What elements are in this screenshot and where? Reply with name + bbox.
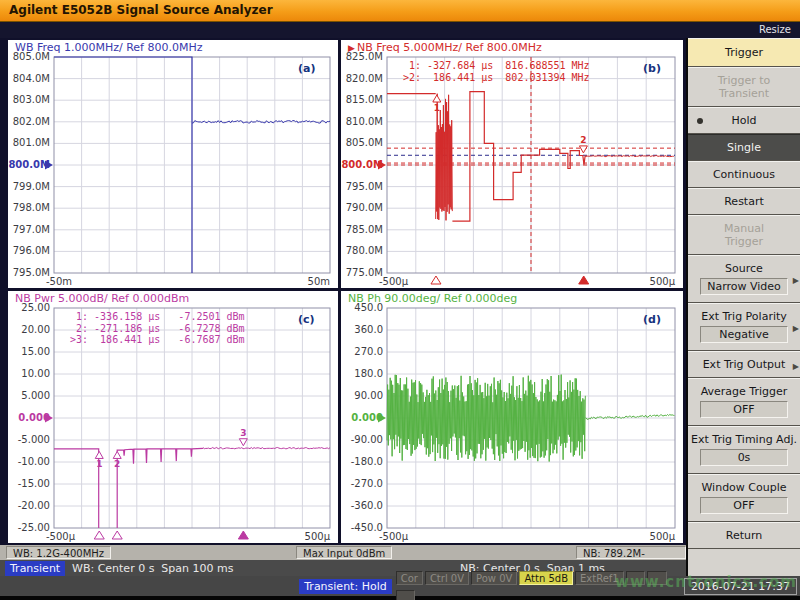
softkey-ext-trig-output[interactable]: Ext Trig Output▶ (688, 351, 800, 378)
marker-readout: 1: -336.158 µs -7.2501 dBm 2: -271.186 µ… (70, 311, 245, 346)
submenu-arrow-icon: ▶ (793, 322, 799, 335)
y-tick-label: -360.0 (341, 501, 383, 511)
status-indicators: CorCtrl 0VPow 0VAttn 5dBExtRef1 (396, 567, 684, 600)
softkey-return[interactable]: Return (688, 522, 800, 549)
softkey-continuous[interactable]: Continuous (688, 161, 800, 188)
top-strip: Resize (0, 22, 800, 38)
submenu-arrow-icon: ▶ (793, 360, 799, 373)
y-tick-label: 800.0M (8, 160, 50, 170)
y-tick-label: 180.0 (341, 369, 383, 379)
panel-d[interactable]: NB Ph 90.00deg/ Ref 0.000deg450.0360.027… (341, 291, 683, 543)
marker-2-label: 2 (580, 135, 586, 145)
softkey-ext-trig-timing-adj[interactable]: Ext Trig Timing Adj.0s (688, 426, 800, 474)
softkey-label: Hold (731, 114, 756, 127)
softkey-label: Average Trigger (701, 385, 788, 398)
y-tick-label: 450.0 (341, 303, 383, 313)
x-start-label: -500µ (379, 276, 408, 287)
softkey-label: Source (725, 262, 763, 275)
softkey-average-trigger[interactable]: Average TriggerOFF (688, 378, 800, 426)
softkey-value: 0s (700, 449, 788, 466)
softkey-trigger-to-transient: Trigger to Transient (688, 67, 800, 107)
y-tick-label: 797.0M (8, 225, 50, 235)
softkey-label: Window Couple (701, 481, 786, 494)
window-title: Agilent E5052B Signal Source Analyzer (9, 3, 273, 17)
panel-d-corner-label: (d) (643, 313, 661, 326)
y-tick-label: 790.0M (341, 203, 383, 213)
y-tick-label: -10.00 (8, 457, 50, 467)
y-tick-label: 15.00 (8, 347, 50, 357)
y-tick-label: 785.0M (341, 225, 383, 235)
y-tick-label: 804.0M (8, 74, 50, 84)
softkey-single[interactable]: Single (688, 134, 800, 161)
marker-2-icon (113, 451, 121, 458)
marker-2-label: 2 (114, 459, 120, 469)
y-tick-label: 90.00 (341, 391, 383, 401)
softkey-source[interactable]: SourceNarrow Video▶ (688, 255, 800, 303)
softkey-label: Ext Trig Polarity (701, 310, 787, 323)
x-start-label: -50m (46, 276, 72, 287)
trace-settled (203, 448, 330, 449)
softkey-label: Single (727, 141, 761, 154)
marker-readout: 1: -327.684 µs 816.688551 MHz >2: 186.44… (403, 60, 590, 83)
status-indicator-blank (396, 590, 416, 600)
panel-b-title: NB Freq 5.000MHz/ Ref 800.0MHz (357, 41, 542, 54)
axis-marker-icon (431, 276, 441, 284)
y-tick-label: -5.000 (8, 435, 50, 445)
panel-b[interactable]: 12▶NB Freq 5.000MHz/ Ref 800.0MHz825.0M8… (341, 40, 683, 288)
status-indicator-attn-5db: Attn 5dB (519, 571, 573, 585)
softkey-value: Narrow Video (700, 278, 788, 295)
y-tick-label: 799.0M (8, 182, 50, 192)
resize-button[interactable]: Resize (759, 24, 791, 35)
y-tick-label: 805.0M (341, 138, 383, 148)
y-tick-label: 796.0M (8, 246, 50, 256)
y-tick-label: 805.0M (8, 52, 50, 62)
axis-marker-icon (238, 531, 248, 539)
marker-1-icon (433, 95, 441, 102)
nb-range-label: NB: 789.2M-814.8MHz (576, 546, 686, 559)
trace (452, 92, 587, 222)
panel-b-corner-label: (b) (643, 62, 661, 75)
softkey-manual-trigger: Manual Trigger (688, 215, 800, 255)
y-tick-label: 5.000 (8, 391, 50, 401)
trigger-status-badge: Transient: Hold (299, 579, 391, 594)
y-tick-label: 795.0M (341, 182, 383, 192)
softkey-window-couple[interactable]: Window CoupleOFF (688, 474, 800, 522)
y-tick-label: 0.000 (341, 413, 383, 423)
panel-d-plot (341, 291, 683, 543)
panel-c[interactable]: 123NB Pwr 5.000dB/ Ref 0.000dBm25.0020.0… (8, 291, 338, 543)
marker-1-label: 1 (96, 459, 102, 469)
wb-sweep-label: WB: Center 0 s Span 100 ms (72, 562, 233, 575)
softkey-label: Trigger (725, 46, 763, 59)
y-tick-label: 360.0 (341, 325, 383, 335)
y-tick-label: -15.00 (8, 479, 50, 489)
softkey-value: OFF (700, 497, 788, 514)
radio-dot-icon (697, 118, 703, 124)
trace (54, 449, 99, 528)
submenu-arrow-icon: ▶ (793, 274, 799, 287)
panel-a[interactable]: WB Freq 1.000MHz/ Ref 800.0MHz805.0M804.… (8, 40, 338, 288)
softkey-label: Trigger to Transient (718, 74, 770, 100)
softkey-label: Ext Trig Output (703, 358, 786, 371)
softkey-hold[interactable]: Hold (688, 107, 800, 134)
status-indicator-ctrl-0v: Ctrl 0V (425, 571, 469, 585)
softkey-ext-trig-polarity[interactable]: Ext Trig PolarityNegative▶ (688, 303, 800, 351)
x-start-label: -500µ (379, 531, 408, 542)
softkey-menu: TriggerTrigger to TransientHoldSingleCon… (686, 38, 800, 576)
axis-marker-icon (579, 276, 589, 284)
status-indicator-pow-0v: Pow 0V (471, 571, 517, 585)
y-tick-label: 780.0M (341, 246, 383, 256)
softkey-label: Manual Trigger (724, 222, 764, 248)
window-titlebar: Agilent E5052B Signal Source Analyzer (0, 0, 800, 22)
softkey-restart[interactable]: Restart (688, 188, 800, 215)
trace-settled (586, 415, 675, 420)
axis-marker-icon (94, 531, 104, 539)
x-start-label: -500µ (46, 531, 75, 542)
y-tick-label: 802.0M (8, 117, 50, 127)
softkey-label: Continuous (713, 168, 775, 181)
wb-range-label: WB: 1.2G-400MHz (6, 546, 111, 559)
x-end-label: 500µ (645, 531, 675, 542)
softkey-label: Restart (724, 195, 764, 208)
panel-c-corner-label: (c) (298, 313, 315, 326)
marker-3-icon (239, 439, 247, 446)
softkey-trigger: Trigger (688, 38, 800, 67)
